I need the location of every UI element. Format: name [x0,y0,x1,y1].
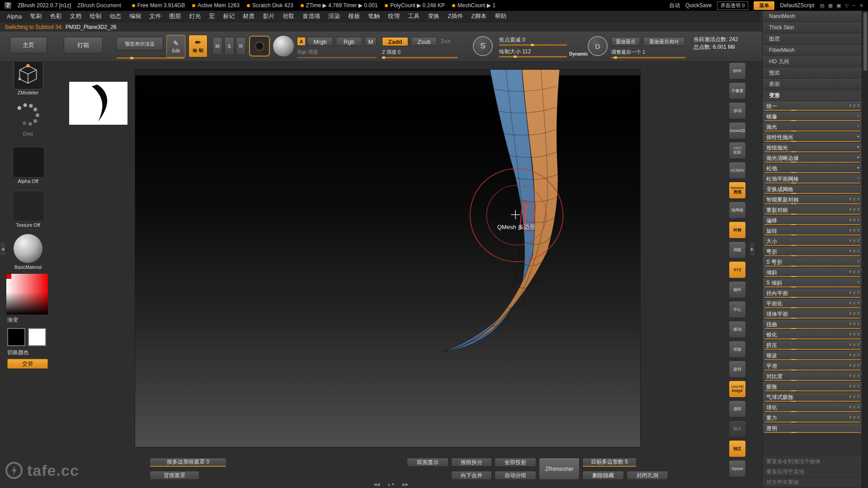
axis-toggle[interactable]: x y z [849,269,860,274]
menu-item[interactable]: 渲染 [324,12,344,20]
menu-item[interactable]: 动态 [105,12,125,20]
slider-track[interactable] [764,307,860,308]
deformation-slider[interactable]: 锥化 x y z [763,330,862,340]
menu-item[interactable]: Z脚本 [467,12,491,20]
deformation-slider[interactable]: 变换成网格 [763,184,862,195]
rightshelf-button[interactable]: AC50% [729,162,746,179]
axis-toggle[interactable]: x y z [849,415,860,419]
slider-track[interactable] [764,380,860,381]
bottom-tray-handle[interactable]: ◀◀ ▲▼ ▶▶ [362,482,420,487]
lightbox-button[interactable]: 灯箱 [64,37,103,53]
slider-track[interactable] [764,370,860,371]
move-gizmo-button[interactable]: M [212,37,222,55]
subpalette-header[interactable]: Thick Skin [763,22,862,33]
titlebar-icon[interactable]: ▣ [836,3,841,8]
rgb-intensity-label[interactable]: Rgb 强度 [297,49,318,56]
deformation-slider[interactable]: 挤压 x y z [763,340,862,351]
menu-item[interactable]: 材质 [239,12,259,20]
zadd-button[interactable]: Zadd [382,37,408,46]
axis-toggle[interactable]: x y z [849,228,860,232]
slider-track[interactable] [764,141,860,142]
subpalette-header[interactable]: 预览 [763,67,862,79]
preview-boolean-track[interactable] [117,57,184,59]
axis-toggle[interactable]: z [858,259,860,263]
draw-size-label[interactable]: 绘制大小 112 [499,48,531,56]
menu-item[interactable]: 笔触 [364,12,384,20]
axis-toggle[interactable]: ○ [857,176,860,180]
right-tray-collapse-handle[interactable]: ▶ [750,242,755,256]
menu-item[interactable]: Alpha [3,13,26,20]
rightshelf-button[interactable]: 幽灵 [729,420,746,437]
slider-track[interactable] [764,183,860,183]
alternate-button[interactable]: 交替 [7,359,48,369]
slider-track[interactable] [764,131,860,131]
axis-toggle[interactable]: ● [857,165,860,170]
titlebar-icon[interactable]: ▦ [828,3,833,8]
slider-track[interactable] [764,151,860,152]
titlebar-icon[interactable]: ─ [852,3,856,8]
axis-toggle[interactable]: ○ [857,124,860,128]
deformation-slider[interactable]: 重新对称 x y z [763,205,862,216]
rotate-gizmo-button[interactable]: R [236,37,246,55]
deformation-slider[interactable]: 松弛平面网格 ○ [763,174,862,184]
rightshelf-button[interactable]: 旋转 [729,361,746,378]
slider-track[interactable] [764,411,860,412]
sculpt-mesh[interactable] [135,70,641,447]
menu-item[interactable]: Z插件 [443,12,467,20]
axis-toggle[interactable]: x y z [849,207,860,211]
slider-track[interactable] [764,120,860,121]
deformation-slider[interactable]: 球体平面 x y z [763,309,862,319]
draw-size-track[interactable] [499,56,567,57]
menu-item[interactable]: 帮助 [491,12,510,20]
menu-button[interactable]: 菜单 [754,1,774,10]
slider-track[interactable] [764,193,860,194]
preview-boolean-button[interactable]: 预览布尔渲染 [116,37,163,51]
deformation-slider[interactable]: 按组抛光 ● [763,143,862,153]
zmodeler-brush-thumb[interactable]: 1 [14,60,43,89]
deformation-slider[interactable]: 弯折 x y z [763,247,862,257]
close-holes-button[interactable]: 封闭孔洞 [627,471,668,480]
zcut-button[interactable]: Zcut [441,38,450,44]
rightshelf-button[interactable]: Xpose [729,460,746,477]
axis-toggle[interactable]: x y z [849,332,860,336]
subpalette-header[interactable]: 图层 [763,33,862,45]
delete-hidden-button[interactable]: 删除隐藏 [582,471,624,480]
axis-toggle[interactable]: x y z [849,103,860,108]
axis-toggle[interactable]: x y z [849,404,860,409]
rightshelf-button[interactable]: 地网格 [729,202,746,219]
rightshelf-button[interactable]: 移动 [729,321,746,338]
rgb-button[interactable]: Rgb [336,37,362,46]
split-by-group-button[interactable]: 按组拆分 [451,458,492,467]
slider-track[interactable] [764,110,860,111]
rightshelf-button[interactable]: 循环 [729,281,746,298]
dynamic-label[interactable]: Dynamic [569,52,588,56]
menu-item[interactable]: 笔刷 [26,12,46,20]
axis-toggle[interactable]: x y z [849,300,860,305]
menu-item[interactable]: 变换 [424,12,443,20]
slider-track[interactable] [764,203,860,204]
menu-item[interactable]: 色彩 [46,12,66,20]
menu-item[interactable]: 绘制 [85,12,105,20]
subpalette-header[interactable]: 表面 [763,79,862,90]
deformation-slider[interactable]: 重力 x y z [763,413,862,423]
axis-toggle[interactable]: x y z [849,394,860,399]
deformation-slider[interactable]: 镜像 ○ [763,112,862,122]
tray-arrow-left-icon[interactable]: ◀◀ [373,482,380,487]
double-sided-button[interactable]: 双面显示 [407,458,448,467]
sculptris-pro-toggle[interactable]: S [473,36,493,56]
deformation-slider[interactable]: 气球式膨胀 x y z [763,392,862,403]
deformation-slider[interactable]: 偏移 x y z [763,216,862,226]
draw-button[interactable]: ✏ 绘 制 [189,35,208,57]
rightshelf-button[interactable]: 独立 [729,440,746,457]
home-button[interactable]: 主页 [10,37,47,53]
menu-item[interactable]: 文档 [66,12,85,20]
menu-item[interactable]: 纹理 [384,12,404,20]
rightshelf-button[interactable]: 子像素 [729,82,746,99]
redo-last-relative-button[interactable]: 重做最后相对 [643,37,685,46]
secondary-color-swatch[interactable] [28,328,46,346]
axis-toggle[interactable]: x y z [849,249,860,253]
subpalette-header[interactable]: FiberMesh [763,45,862,56]
rgb-intensity-track[interactable] [297,57,377,58]
auto-group-button[interactable]: 自动分组 [495,471,536,480]
rightshelf-button[interactable]: Line Fill PolyF [729,380,746,398]
